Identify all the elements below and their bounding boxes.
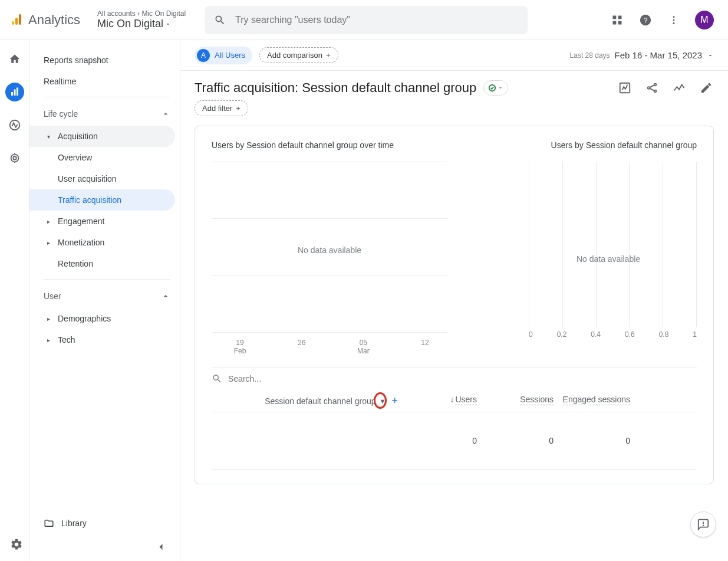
- svg-rect-1: [15, 18, 18, 25]
- svg-rect-12: [11, 92, 13, 96]
- caret-right-icon: ▸: [44, 218, 53, 225]
- sidebar-item-monetization[interactable]: ▸ Monetization: [29, 232, 175, 253]
- plus-icon: +: [326, 51, 331, 60]
- search-icon: [212, 373, 222, 384]
- dimension-selector[interactable]: Session default channel group: [265, 396, 375, 406]
- svg-text:?: ?: [643, 15, 647, 24]
- segment-all-users[interactable]: A All Users: [195, 47, 252, 64]
- chart-right-xaxis: 0 0.2 0.4 0.6 0.8 1: [529, 330, 697, 339]
- sidebar-section-lifecycle[interactable]: Life cycle: [29, 102, 180, 126]
- caret-right-icon: ▸: [44, 337, 53, 343]
- svg-rect-3: [613, 15, 617, 19]
- table-search-input[interactable]: [228, 374, 331, 383]
- cell-engaged: 0: [554, 436, 630, 445]
- feedback-fab[interactable]: [690, 511, 716, 537]
- rail-home-icon[interactable]: [5, 50, 24, 68]
- svg-point-24: [703, 525, 704, 526]
- page-title: Traffic acquisition: Session default cha…: [195, 80, 476, 96]
- insights-icon[interactable]: [671, 80, 687, 96]
- rail-reports-icon[interactable]: [5, 83, 24, 101]
- sidebar-item-retention[interactable]: Retention: [29, 253, 175, 274]
- nav-rail: [0, 40, 29, 561]
- sidebar-section-user[interactable]: User: [29, 284, 180, 308]
- caret-right-icon: ▸: [44, 240, 53, 246]
- svg-rect-6: [618, 21, 622, 24]
- svg-point-16: [11, 155, 18, 162]
- sidebar: Reports snapshot Realtime Life cycle ▾ A…: [29, 40, 180, 561]
- table-search-row: [212, 367, 697, 390]
- edit-pencil-icon[interactable]: [699, 80, 714, 96]
- account-selector[interactable]: All accounts › Mic On Digital Mic On Dig…: [90, 9, 193, 30]
- search-input[interactable]: [235, 15, 518, 25]
- table-header: Session default channel group ▼ + ↓Users…: [212, 390, 697, 412]
- svg-rect-2: [19, 14, 21, 25]
- sidebar-item-engagement[interactable]: ▸ Engagement: [29, 211, 175, 232]
- apps-icon[interactable]: [610, 13, 624, 27]
- avatar[interactable]: M: [695, 11, 714, 29]
- caret-down-icon: [164, 21, 172, 28]
- data-quality-badge[interactable]: [483, 80, 508, 96]
- report-card: Users by Session default channel group o…: [195, 126, 714, 484]
- search-icon: [214, 14, 226, 26]
- sidebar-item-reports-snapshot[interactable]: Reports snapshot: [29, 50, 175, 71]
- sidebar-item-demographics[interactable]: ▸ Demographics: [29, 308, 175, 329]
- caret-down-icon: [707, 52, 714, 59]
- add-comparison-button[interactable]: Add comparison +: [259, 47, 338, 63]
- svg-point-20: [648, 87, 650, 89]
- svg-point-22: [654, 90, 657, 93]
- top-bar: Analytics All accounts › Mic On Digital …: [0, 0, 728, 40]
- caret-right-icon: ▸: [44, 316, 53, 322]
- cell-sessions: 0: [477, 436, 554, 445]
- annotation-highlight: [374, 392, 387, 409]
- rail-explore-icon[interactable]: [5, 116, 24, 134]
- column-sessions[interactable]: Sessions: [477, 395, 554, 407]
- sidebar-item-tech[interactable]: ▸ Tech: [29, 329, 175, 350]
- caret-down-icon: ▾: [44, 133, 53, 140]
- customize-report-icon[interactable]: [617, 80, 633, 96]
- column-engaged-sessions[interactable]: Engaged sessions: [554, 395, 630, 407]
- chevron-up-icon: [161, 291, 170, 301]
- product-logo-block[interactable]: Analytics: [5, 12, 85, 28]
- svg-point-21: [654, 84, 657, 86]
- main-content: A All Users Add comparison + Last 28 day…: [180, 40, 728, 561]
- comparison-bar: A All Users Add comparison + Last 28 day…: [180, 40, 728, 71]
- analytics-logo-icon: [9, 13, 24, 27]
- svg-rect-5: [613, 21, 617, 24]
- sidebar-item-acq-overview[interactable]: Overview: [29, 147, 175, 168]
- table-row: 0 0 0: [212, 412, 697, 470]
- rail-advertising-icon[interactable]: [5, 149, 24, 168]
- share-icon[interactable]: [644, 80, 660, 96]
- cell-users: 0: [400, 436, 477, 445]
- search-box[interactable]: [205, 6, 528, 34]
- svg-rect-14: [17, 88, 18, 96]
- more-vert-icon[interactable]: [667, 13, 681, 27]
- svg-rect-0: [12, 21, 14, 25]
- svg-rect-4: [618, 15, 622, 19]
- chart-left-xaxis: 19Feb 26 05Mar 12: [212, 339, 447, 355]
- chevron-up-icon: [161, 109, 170, 119]
- rail-admin-gear-icon[interactable]: [7, 535, 26, 554]
- add-dimension-button[interactable]: +: [389, 395, 400, 407]
- product-name: Analytics: [28, 12, 80, 28]
- svg-rect-13: [14, 90, 15, 96]
- svg-point-9: [673, 16, 675, 18]
- add-filter-button[interactable]: Add filter +: [195, 100, 248, 116]
- collapse-sidebar-button[interactable]: [151, 537, 170, 556]
- report-title-bar: Traffic acquisition: Session default cha…: [180, 71, 728, 100]
- sidebar-item-realtime[interactable]: Realtime: [29, 71, 175, 92]
- account-breadcrumb: All accounts › Mic On Digital: [97, 9, 186, 18]
- no-data-label: No data available: [298, 245, 361, 255]
- help-icon[interactable]: ?: [638, 13, 653, 27]
- sidebar-item-acquisition[interactable]: ▾ Acquisition: [29, 126, 175, 147]
- sidebar-item-library[interactable]: Library: [29, 511, 180, 535]
- plus-icon: +: [236, 104, 241, 113]
- svg-point-10: [673, 19, 675, 21]
- sidebar-item-traffic-acquisition[interactable]: Traffic acquisition: [29, 189, 175, 211]
- svg-point-17: [13, 156, 17, 160]
- sidebar-item-user-acquisition[interactable]: User acquisition: [29, 168, 175, 189]
- column-users[interactable]: ↓Users: [400, 395, 477, 407]
- feedback-icon: [697, 518, 710, 531]
- no-data-label: No data available: [577, 254, 640, 264]
- chart-bar: Users by Session default channel group N…: [476, 140, 697, 355]
- date-range-picker[interactable]: Last 28 days Feb 16 - Mar 15, 2023: [570, 50, 714, 60]
